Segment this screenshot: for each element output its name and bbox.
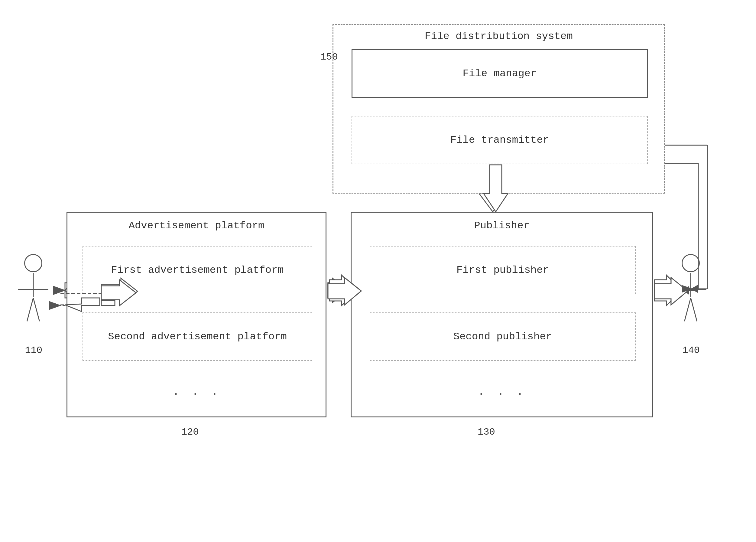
ad-platform-dots: . . . <box>172 385 221 398</box>
person-user: 140 <box>682 254 700 356</box>
second-publisher-label: Second publisher <box>453 331 552 343</box>
person-user-label: 140 <box>682 345 700 356</box>
file-transmitter-box: File transmitter <box>352 116 648 164</box>
file-manager-label: File manager <box>463 68 537 79</box>
file-manager-box: File manager <box>352 49 648 98</box>
second-ad-platform-label: Second advertisement platform <box>108 331 287 343</box>
second-publisher-box: Second publisher <box>370 313 636 361</box>
first-publisher-label: First publisher <box>456 264 549 276</box>
advertisement-platform-box: Advertisement platform First advertiseme… <box>67 212 326 417</box>
file-transmitter-label: File transmitter <box>450 134 549 146</box>
publisher-box: Publisher First publisher Second publish… <box>351 212 653 417</box>
first-ad-platform-box: First advertisement platform <box>83 246 312 294</box>
person-user-head <box>682 254 700 272</box>
person-advertiser-head <box>24 254 42 272</box>
second-ad-platform-box: Second advertisement platform <box>83 313 312 361</box>
diagram: 110 140 File distribution system File ma… <box>0 0 756 542</box>
advertisement-platform-label: Advertisement platform <box>129 220 264 231</box>
first-ad-platform-label: First advertisement platform <box>111 264 284 276</box>
number-130: 130 <box>478 427 495 438</box>
number-120: 120 <box>181 427 199 438</box>
person-advertiser-label: 110 <box>25 345 42 356</box>
publisher-dots: . . . <box>478 385 526 398</box>
first-publisher-box: First publisher <box>370 246 636 294</box>
file-distribution-system-box: File distribution system File manager Fi… <box>333 24 665 193</box>
file-distribution-label: File distribution system <box>425 31 573 42</box>
number-150: 150 <box>320 51 338 63</box>
svg-marker-13 <box>654 275 682 306</box>
person-advertiser: 110 <box>24 254 42 356</box>
publisher-label: Publisher <box>474 220 530 231</box>
